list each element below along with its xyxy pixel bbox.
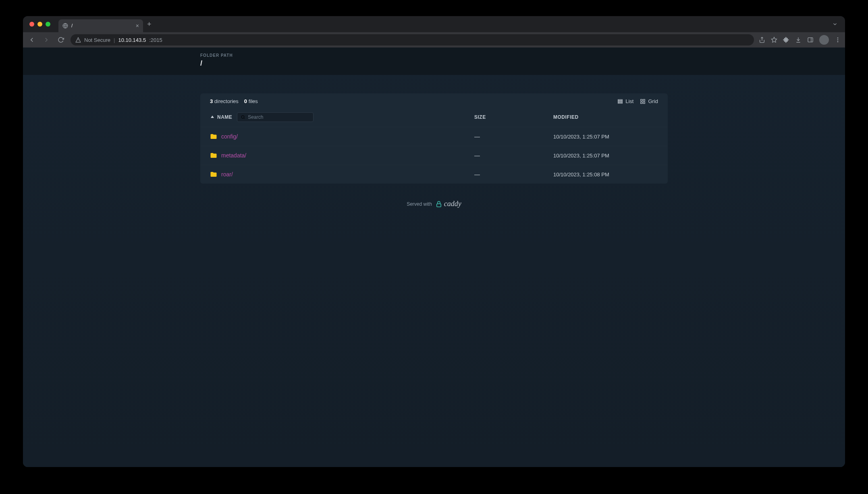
sort-asc-icon xyxy=(210,115,215,120)
downloads-icon[interactable] xyxy=(795,37,802,43)
row-name[interactable]: roar/ xyxy=(221,171,233,178)
table-row[interactable]: metadata/ — 10/10/2023, 1:25:07 PM xyxy=(200,146,668,165)
dir-label: directories xyxy=(214,98,239,104)
svg-point-4 xyxy=(837,41,839,42)
svg-point-3 xyxy=(837,39,839,41)
dir-count: 3 xyxy=(210,98,213,104)
listing-header: 3 directories 0 files List Grid xyxy=(200,93,668,109)
svg-rect-1 xyxy=(808,38,813,42)
url-port: :2015 xyxy=(149,37,162,43)
svg-rect-5 xyxy=(618,99,623,100)
sort-name-button[interactable]: NAME xyxy=(210,114,232,120)
globe-icon xyxy=(62,23,68,29)
search-input[interactable] xyxy=(248,114,310,120)
browser-toolbar: Not Secure | 10.10.143.5:2015 xyxy=(23,32,845,48)
table-row[interactable]: roar/ — 10/10/2023, 1:25:08 PM xyxy=(200,165,668,184)
not-secure-label: Not Secure xyxy=(84,37,110,43)
toolbar-icons xyxy=(759,35,841,45)
file-label: files xyxy=(249,98,258,104)
counts: 3 directories 0 files xyxy=(210,98,258,104)
forward-button[interactable] xyxy=(42,36,51,43)
col-size-label[interactable]: SIZE xyxy=(474,114,547,120)
address-divider: | xyxy=(114,37,115,43)
share-icon[interactable] xyxy=(759,37,765,43)
maximize-window-button[interactable] xyxy=(46,22,50,27)
panel-icon[interactable] xyxy=(807,37,814,43)
row-modified: 10/10/2023, 1:25:07 PM xyxy=(553,134,658,140)
tabs-dropdown-button[interactable] xyxy=(832,21,842,27)
folder-icon xyxy=(210,171,217,178)
folder-path-label: FOLDER PATH xyxy=(200,53,668,58)
row-modified: 10/10/2023, 1:25:07 PM xyxy=(553,153,658,159)
page-content: FOLDER PATH / 3 directories 0 files List xyxy=(23,48,845,467)
list-icon xyxy=(617,99,623,104)
column-headers: NAME SIZE MODIFIED xyxy=(200,109,668,127)
row-size: — xyxy=(474,152,547,159)
svg-rect-8 xyxy=(641,99,642,101)
folder-icon xyxy=(210,152,217,159)
col-modified-label[interactable]: MODIFIED xyxy=(553,114,658,120)
row-size: — xyxy=(474,133,547,140)
not-secure-icon xyxy=(75,37,81,43)
back-button[interactable] xyxy=(27,36,37,43)
list-view-label: List xyxy=(625,98,633,104)
row-name[interactable]: config/ xyxy=(221,133,238,140)
grid-view-label: Grid xyxy=(648,98,658,104)
tab-title: / xyxy=(71,23,73,29)
row-name[interactable]: metadata/ xyxy=(221,152,246,159)
svg-rect-10 xyxy=(641,102,642,103)
close-tab-button[interactable]: × xyxy=(136,23,139,29)
search-wrap xyxy=(237,112,314,122)
minimize-window-button[interactable] xyxy=(37,22,42,27)
footer: Served with caddy xyxy=(200,200,668,208)
window-controls xyxy=(26,22,50,27)
file-listing: 3 directories 0 files List Grid xyxy=(200,93,668,184)
address-bar[interactable]: Not Secure | 10.10.143.5:2015 xyxy=(71,34,754,45)
folder-icon xyxy=(210,133,217,140)
grid-icon xyxy=(640,99,646,104)
folder-path-bar: FOLDER PATH / xyxy=(23,48,845,75)
browser-window: / × + Not Secure | 10.10.143.5:2015 xyxy=(23,16,845,467)
new-tab-button[interactable]: + xyxy=(143,20,156,29)
caddy-link[interactable]: caddy xyxy=(435,200,461,208)
menu-icon[interactable] xyxy=(835,37,841,43)
svg-rect-9 xyxy=(644,99,645,101)
row-size: — xyxy=(474,171,547,178)
folder-path-value: / xyxy=(200,59,668,68)
caddy-name: caddy xyxy=(444,200,461,208)
close-window-button[interactable] xyxy=(29,22,34,27)
search-icon xyxy=(241,115,245,120)
reload-button[interactable] xyxy=(56,37,66,43)
url-host: 10.10.143.5 xyxy=(118,37,146,43)
list-view-button[interactable]: List xyxy=(617,98,633,104)
profile-avatar[interactable] xyxy=(819,35,829,45)
svg-rect-7 xyxy=(618,102,623,103)
browser-tab[interactable]: / × xyxy=(58,19,143,32)
extensions-icon[interactable] xyxy=(783,37,789,43)
grid-view-button[interactable]: Grid xyxy=(640,98,658,104)
served-with-label: Served with xyxy=(407,201,432,207)
svg-point-12 xyxy=(241,116,244,118)
table-row[interactable]: config/ — 10/10/2023, 1:25:07 PM xyxy=(200,127,668,146)
svg-point-2 xyxy=(837,37,839,39)
bookmark-icon[interactable] xyxy=(771,37,777,43)
col-name-label: NAME xyxy=(217,114,232,120)
lock-icon xyxy=(435,200,442,208)
file-count: 0 xyxy=(244,98,247,104)
svg-rect-13 xyxy=(437,204,441,207)
svg-rect-6 xyxy=(618,101,623,101)
svg-rect-11 xyxy=(644,102,645,103)
row-modified: 10/10/2023, 1:25:08 PM xyxy=(553,172,658,178)
tab-bar: / × + xyxy=(23,16,845,32)
